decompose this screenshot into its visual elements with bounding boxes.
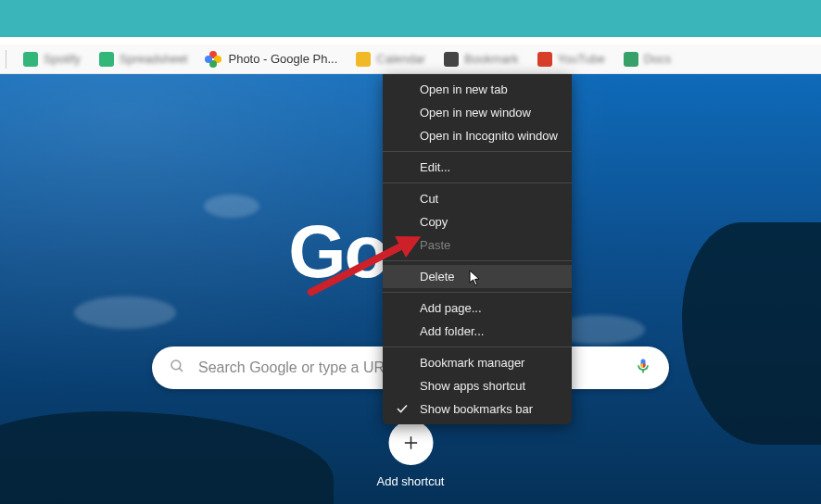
context-menu-separator [383,346,572,347]
bookmark-label: Photo - Google Ph... [228,52,337,66]
bookmarks-bar: SpotifySpreadsheetPhoto - Google Ph...Ca… [0,44,821,74]
bookmark-label: Docs [644,52,672,66]
add-shortcut-button[interactable]: Add shortcut [377,421,445,488]
bookmark-favicon-icon [99,52,114,67]
bookmark-label: YouTube [558,52,605,66]
context-menu-item-show-apps-shortcut[interactable]: Show apps shortcut [383,374,572,397]
context-menu-item-open-in-new-tab[interactable]: Open in new tab [383,78,572,101]
add-shortcut-label: Add shortcut [377,474,445,488]
spacer-bar [0,37,821,44]
context-menu-label: Show bookmarks bar [420,402,533,416]
context-menu-label: Open in Incognito window [420,129,558,143]
google-photos-icon [206,52,221,67]
bookmark-item[interactable]: Bookmark [438,48,524,70]
context-menu-label: Delete [420,270,455,284]
context-menu-item-show-bookmarks-bar[interactable]: Show bookmarks bar [383,397,572,421]
context-menu-item-open-in-incognito-window[interactable]: Open in Incognito window [383,124,572,147]
bookmark-item[interactable]: Spotify [18,48,86,70]
bookmark-favicon-icon [537,52,552,67]
context-menu-separator [383,151,572,152]
context-menu-item-add-folder[interactable]: Add folder... [383,320,572,343]
context-menu-label: Bookmark manager [420,356,524,370]
context-menu-item-edit[interactable]: Edit... [383,156,572,179]
bookmark-item[interactable]: Docs [618,48,677,70]
bookmark-favicon-icon [624,52,638,67]
bookmark-item[interactable]: YouTube [532,48,611,70]
context-menu-item-cut[interactable]: Cut [383,187,572,210]
bookmark-favicon-icon [444,52,459,67]
background-detail [204,195,259,218]
context-menu-label: Paste [420,238,450,252]
context-menu-item-add-page[interactable]: Add page... [383,296,572,320]
context-menu-label: Add page... [420,301,482,315]
app-top-bar [0,0,821,37]
context-menu-separator [383,183,572,183]
context-menu-item-paste: Paste [383,233,572,257]
context-menu-label: Add folder... [420,324,484,338]
context-menu-label: Show apps shortcut [420,379,525,393]
divider-icon [6,50,6,69]
search-icon [169,358,185,378]
svg-line-1 [179,368,183,372]
context-menu-label: Open in new tab [420,82,508,96]
plus-icon [388,421,433,465]
background-detail [74,296,176,329]
context-menu-label: Copy [420,215,448,229]
bookmark-item[interactable]: Calendar [350,48,431,70]
context-menu-item-bookmark-manager[interactable]: Bookmark manager [383,351,572,374]
check-icon [396,402,409,415]
context-menu-label: Cut [420,192,438,206]
bookmark-item[interactable]: Photo - Google Ph... [200,48,343,70]
context-menu-item-copy[interactable]: Copy [383,210,572,233]
bookmark-item[interactable]: Spreadsheet [94,48,194,70]
context-menu-item-delete[interactable]: Delete [383,265,572,288]
voice-search-icon[interactable] [634,357,652,379]
svg-point-0 [171,360,181,370]
context-menu: Open in new tabOpen in new windowOpen in… [383,74,572,424]
bookmark-favicon-icon [23,52,38,67]
bookmark-label: Spreadsheet [120,52,188,66]
context-menu-separator [383,292,572,293]
context-menu-label: Open in new window [420,106,531,120]
bookmark-label: Spotify [44,52,81,66]
bookmark-label: Calendar [376,52,425,66]
context-menu-separator [383,260,572,261]
context-menu-label: Edit... [420,160,450,174]
bookmark-favicon-icon [356,52,371,67]
bookmark-label: Bookmark [464,52,519,66]
context-menu-item-open-in-new-window[interactable]: Open in new window [383,101,572,124]
